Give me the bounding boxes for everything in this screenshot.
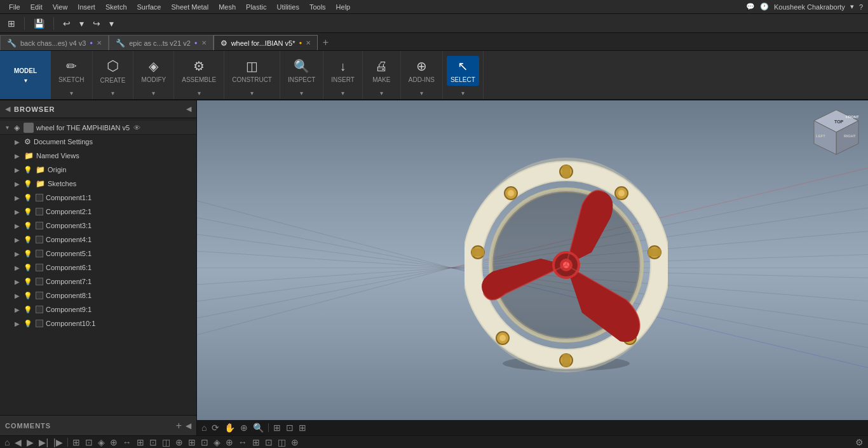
- comp4-checkbox[interactable]: [36, 236, 43, 243]
- comp5-checkbox[interactable]: [36, 250, 43, 257]
- menu-help[interactable]: Help: [332, 2, 355, 12]
- status-settings[interactable]: ⚙: [853, 437, 865, 448]
- sketches-expand[interactable]: ▶: [13, 179, 22, 188]
- comp1-checkbox[interactable]: [36, 194, 43, 201]
- status-btn16[interactable]: ⊡: [263, 437, 275, 448]
- inspect-button[interactable]: 🔍 INSPECT: [284, 56, 319, 86]
- home-view-button[interactable]: ⌂: [200, 422, 208, 433]
- comp1-bulb[interactable]: 💡: [24, 194, 32, 202]
- viewport[interactable]: TOP RIGHT LEFT FRONT ⌂ ⟳ ✋ ⊕ 🔍 ⊞ ⊡ ⊞: [197, 100, 868, 435]
- comp8-expand[interactable]: ▶: [13, 291, 22, 300]
- root-visible-icon[interactable]: 👁: [133, 124, 140, 132]
- tree-comp4[interactable]: ▶ 💡 Component4:1: [0, 233, 196, 247]
- menu-insert[interactable]: Insert: [74, 2, 99, 12]
- status-btn18[interactable]: ⊕: [289, 437, 301, 448]
- tree-sketches[interactable]: ▶ 💡 📁 Sketches: [0, 177, 196, 191]
- status-btn11[interactable]: ⊡: [199, 437, 210, 448]
- status-btn9[interactable]: ⊕: [173, 437, 185, 448]
- sketches-bulb[interactable]: 💡: [24, 180, 32, 188]
- redo-dropdown[interactable]: ▾: [107, 17, 116, 30]
- sketch-button[interactable]: ✏ SKETCH: [55, 56, 88, 86]
- menu-mesh[interactable]: Mesh: [215, 2, 240, 12]
- comp9-bulb[interactable]: 💡: [24, 306, 32, 314]
- browser-collapse-button[interactable]: ◀: [186, 105, 191, 113]
- orbit-button[interactable]: ⟳: [210, 422, 221, 433]
- status-end[interactable]: |▶: [51, 437, 65, 448]
- status-next[interactable]: ▶|: [37, 437, 50, 448]
- comp3-checkbox[interactable]: [36, 222, 43, 229]
- pan-button[interactable]: ✋: [222, 422, 237, 433]
- origin-expand[interactable]: ▶: [13, 165, 22, 174]
- menu-file[interactable]: File: [5, 2, 24, 12]
- user-chevron[interactable]: ▾: [850, 3, 854, 11]
- menu-sheetmetal[interactable]: Sheet Metal: [167, 2, 212, 12]
- status-btn5[interactable]: ↔: [121, 437, 133, 448]
- menu-sketch[interactable]: Sketch: [102, 2, 131, 12]
- tab-2[interactable]: 🔧 epic as c...ts v21 v2 ● ✕: [109, 35, 213, 50]
- comp10-bulb[interactable]: 💡: [24, 320, 32, 328]
- tree-comp10[interactable]: ▶ 💡 Component10:1: [0, 316, 196, 330]
- fit-button[interactable]: 🔍: [251, 422, 266, 433]
- comp6-bulb[interactable]: 💡: [24, 264, 32, 272]
- status-btn7[interactable]: ⊡: [147, 437, 159, 448]
- menu-edit[interactable]: Edit: [27, 2, 46, 12]
- display-mode[interactable]: ⊡: [284, 422, 295, 433]
- status-play[interactable]: ▶: [25, 437, 36, 448]
- status-grid2[interactable]: ⊡: [83, 437, 95, 448]
- doc-settings-expand[interactable]: ▶: [13, 137, 22, 146]
- status-btn15[interactable]: ⊞: [250, 437, 262, 448]
- comp2-expand[interactable]: ▶: [13, 207, 22, 216]
- tab-1-close[interactable]: ✕: [97, 39, 102, 46]
- origin-bulb[interactable]: 💡: [24, 166, 32, 174]
- menu-plastic[interactable]: Plastic: [242, 2, 270, 12]
- tree-named-views[interactable]: ▶ 📁 Named Views: [0, 149, 196, 163]
- undo-dropdown[interactable]: ▾: [77, 17, 86, 30]
- history-icon[interactable]: 🕐: [760, 3, 769, 11]
- undo-button[interactable]: ↩: [60, 17, 73, 30]
- assemble-button[interactable]: ⚙ ASSEMBLE: [178, 56, 220, 86]
- menu-tools[interactable]: Tools: [306, 2, 330, 12]
- tree-comp8[interactable]: ▶ 💡 Component8:1: [0, 288, 196, 302]
- tree-doc-settings[interactable]: ▶ ⚙ Document Settings: [0, 135, 196, 149]
- grid-button[interactable]: ⊞: [5, 17, 18, 30]
- tree-comp1[interactable]: ▶ 💡 Component1:1: [0, 191, 196, 205]
- construct-button[interactable]: ◫ CONSTRUCT: [228, 56, 276, 86]
- comp10-expand[interactable]: ▶: [13, 319, 22, 328]
- tree-comp5[interactable]: ▶ 💡 Component5:1: [0, 247, 196, 261]
- tab-1[interactable]: 🔧 back chas...es) v4 v3 ● ✕: [0, 35, 109, 50]
- comments-add-button[interactable]: +: [176, 420, 182, 431]
- comp7-bulb[interactable]: 💡: [24, 278, 32, 286]
- menu-view[interactable]: View: [49, 2, 72, 12]
- tab-2-close[interactable]: ✕: [201, 39, 207, 46]
- status-home[interactable]: ⌂: [3, 437, 11, 448]
- status-prev[interactable]: ◀: [13, 437, 24, 448]
- tab-3-close[interactable]: ✕: [306, 39, 311, 46]
- select-button[interactable]: ↖ SELECT: [447, 56, 479, 86]
- comp3-expand[interactable]: ▶: [13, 221, 22, 230]
- comp6-expand[interactable]: ▶: [13, 263, 22, 272]
- status-btn17[interactable]: ◫: [276, 437, 288, 448]
- comp5-bulb[interactable]: 💡: [24, 250, 32, 258]
- status-btn14[interactable]: ↔: [236, 437, 249, 448]
- model-selector[interactable]: MODEL ▾: [0, 51, 51, 100]
- status-btn4[interactable]: ⊕: [108, 437, 119, 448]
- redo-button[interactable]: ↪: [90, 17, 103, 30]
- comp5-expand[interactable]: ▶: [13, 249, 22, 258]
- save-button[interactable]: 💾: [31, 17, 47, 30]
- browser-expand-icon[interactable]: ◀: [5, 105, 10, 113]
- status-grid3[interactable]: ◈: [96, 437, 107, 448]
- grid-toggle[interactable]: ⊞: [271, 422, 283, 433]
- comp9-checkbox[interactable]: [36, 306, 43, 313]
- create-button[interactable]: ⬡ CREATE: [97, 55, 130, 86]
- status-btn8[interactable]: ◫: [160, 437, 172, 448]
- comp10-checkbox[interactable]: [36, 320, 43, 327]
- navigation-cube[interactable]: TOP RIGHT LEFT FRONT: [811, 107, 862, 158]
- named-views-expand[interactable]: ▶: [13, 151, 22, 160]
- status-btn13[interactable]: ⊕: [224, 437, 235, 448]
- status-btn12[interactable]: ◈: [212, 437, 222, 448]
- comp4-bulb[interactable]: 💡: [24, 236, 32, 244]
- comp6-checkbox[interactable]: [36, 264, 43, 271]
- comp7-expand[interactable]: ▶: [13, 277, 22, 286]
- comp2-bulb[interactable]: 💡: [24, 208, 32, 216]
- zoom-button[interactable]: ⊕: [238, 422, 250, 433]
